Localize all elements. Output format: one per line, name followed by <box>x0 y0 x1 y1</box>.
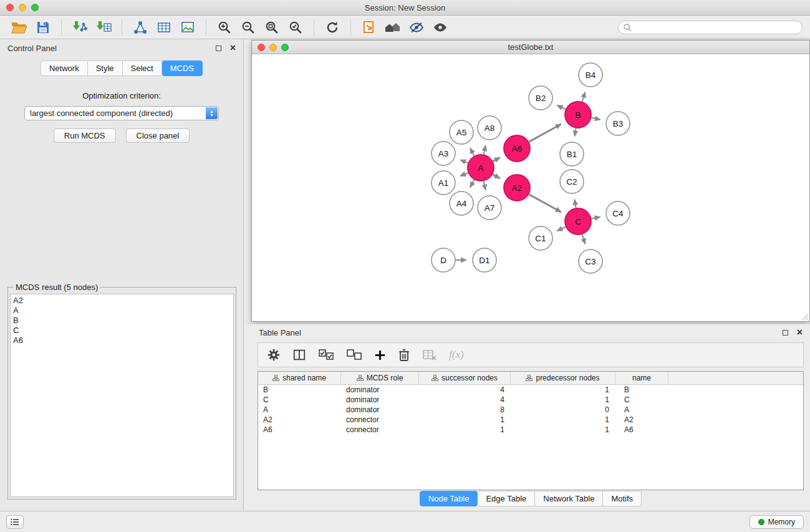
cell-mcds-role[interactable]: connector <box>341 425 419 434</box>
import-network-from-file-button[interactable] <box>69 18 90 37</box>
tab-mcds[interactable]: MCDS <box>162 60 203 76</box>
graph-edge-A-A2[interactable] <box>493 175 500 178</box>
cell-name[interactable]: A2 <box>615 415 668 424</box>
tab-motifs[interactable]: Motifs <box>603 491 642 506</box>
show-graphics-details-button[interactable] <box>430 18 451 37</box>
graph-edge-B-B1[interactable] <box>575 128 576 137</box>
graph-edge-A-A6[interactable] <box>493 158 499 162</box>
result-item[interactable]: A6 <box>13 336 231 346</box>
first-neighbors-button[interactable] <box>359 18 380 37</box>
graph-edge-A-A7[interactable] <box>484 181 486 190</box>
result-item[interactable]: A2 <box>13 296 231 306</box>
column-header-name[interactable]: name <box>615 372 668 384</box>
cell-mcds-role[interactable]: dominator <box>341 395 419 404</box>
refresh-button[interactable] <box>322 18 343 37</box>
import-table-from-file-button[interactable] <box>93 18 114 37</box>
graph-edge-C-C2[interactable] <box>575 200 576 208</box>
network-window-titlebar[interactable]: testGlobe.txt <box>252 41 809 54</box>
graph-edge-C-C4[interactable] <box>592 217 600 219</box>
graph-edge-B-B3[interactable] <box>592 118 600 120</box>
tab-network[interactable]: Network <box>41 60 88 76</box>
column-header-mcds-role[interactable]: MCDS role <box>341 372 419 384</box>
search-box[interactable] <box>618 21 803 34</box>
tab-network-table[interactable]: Network Table <box>535 491 603 506</box>
result-item[interactable]: B <box>13 316 231 326</box>
tab-node-table[interactable]: Node Table <box>420 491 478 506</box>
close-table-panel-icon[interactable]: × <box>797 328 803 337</box>
column-header-shared-name[interactable]: shared name <box>258 372 341 384</box>
cell-shared-name[interactable]: A6 <box>258 425 341 434</box>
table-row[interactable]: A dominator 8 0 A <box>258 405 803 415</box>
tab-style[interactable]: Style <box>88 60 123 76</box>
new-table-button[interactable] <box>153 18 175 37</box>
cell-shared-name[interactable]: A2 <box>258 415 341 424</box>
zoom-network-window-button[interactable] <box>281 44 289 51</box>
table-row[interactable]: A2 connector 1 1 A2 <box>258 415 803 425</box>
show-panels-menu-button[interactable] <box>6 515 24 529</box>
zoom-window-button[interactable] <box>31 4 39 11</box>
graph-edge-A-A3[interactable] <box>460 160 468 163</box>
hide-graphics-details-button[interactable] <box>406 18 427 37</box>
run-mcds-button[interactable]: Run MCDS <box>54 128 116 143</box>
cell-predecessor-nodes[interactable]: 1 <box>511 385 615 394</box>
cell-name[interactable]: B <box>615 385 668 394</box>
close-panel-icon[interactable]: × <box>230 44 236 52</box>
cell-predecessor-nodes[interactable]: 1 <box>511 395 615 404</box>
cell-successor-nodes[interactable]: 1 <box>419 425 511 434</box>
open-file-button[interactable] <box>9 18 30 37</box>
cell-name[interactable]: A6 <box>615 425 668 434</box>
graph-edge-A-A4[interactable] <box>470 180 475 187</box>
create-column-button[interactable] <box>374 349 386 361</box>
tab-edge-table[interactable]: Edge Table <box>478 491 535 506</box>
deselect-all-columns-button[interactable] <box>346 349 362 361</box>
cell-mcds-role[interactable]: dominator <box>341 385 419 394</box>
cell-successor-nodes[interactable]: 8 <box>419 405 511 414</box>
cell-predecessor-nodes[interactable]: 0 <box>511 405 615 414</box>
table-row[interactable]: B dominator 4 1 B <box>258 385 803 395</box>
close-panel-button[interactable]: Close panel <box>126 128 190 143</box>
cell-shared-name[interactable]: B <box>258 385 341 394</box>
graph-edge-A-A5[interactable] <box>470 148 475 156</box>
graph-edge-A-A1[interactable] <box>460 173 468 176</box>
search-input[interactable] <box>632 23 798 32</box>
cell-shared-name[interactable]: C <box>258 395 341 404</box>
minimize-network-window-button[interactable] <box>269 44 277 51</box>
cell-name[interactable]: A <box>615 405 668 414</box>
cell-mcds-role[interactable]: dominator <box>341 405 419 414</box>
cell-name[interactable]: C <box>615 395 668 404</box>
minimize-window-button[interactable] <box>19 4 26 11</box>
tab-select[interactable]: Select <box>123 60 162 76</box>
cell-shared-name[interactable]: A <box>258 405 341 414</box>
cell-predecessor-nodes[interactable]: 1 <box>511 425 615 434</box>
graph-edge-A-A8[interactable] <box>484 145 486 154</box>
graph-edge-C-C1[interactable] <box>557 227 566 231</box>
result-item[interactable]: C <box>13 326 231 336</box>
zoom-selected-button[interactable] <box>285 18 306 37</box>
save-session-button[interactable] <box>32 18 54 37</box>
float-table-panel-icon[interactable] <box>783 330 788 336</box>
cell-successor-nodes[interactable]: 1 <box>419 415 511 424</box>
graph-edge-B-B2[interactable] <box>557 105 566 109</box>
network-canvas[interactable]: AA2A6BCA1A3A4A5A7A8B1B2B3B4C1C2C3C4DD1 <box>252 54 809 321</box>
graph-edge-A6-B[interactable] <box>529 124 561 142</box>
cell-successor-nodes[interactable]: 4 <box>419 395 511 404</box>
table-settings-button[interactable] <box>267 348 281 362</box>
cell-successor-nodes[interactable]: 4 <box>419 385 511 394</box>
close-network-window-button[interactable] <box>258 44 265 51</box>
float-panel-icon[interactable] <box>216 46 221 51</box>
graph-edge-A2-C[interactable] <box>529 195 561 212</box>
graph-edge-B-B4[interactable] <box>582 92 586 102</box>
select-all-columns-button[interactable] <box>318 349 334 361</box>
home-views-button[interactable] <box>382 18 403 37</box>
table-row[interactable]: A6 connector 1 1 A6 <box>258 425 803 435</box>
delete-column-button[interactable] <box>398 348 410 362</box>
graph-edge-C-C3[interactable] <box>582 235 586 244</box>
zoom-out-button[interactable] <box>238 18 259 37</box>
cell-predecessor-nodes[interactable]: 1 <box>511 415 615 424</box>
new-network-button[interactable] <box>130 18 151 37</box>
column-header-successor-nodes[interactable]: successor nodes <box>419 372 511 384</box>
table-row[interactable]: C dominator 4 1 C <box>258 395 803 405</box>
zoom-fit-button[interactable] <box>261 18 282 37</box>
cell-mcds-role[interactable]: connector <box>341 415 419 424</box>
optimization-criterion-dropdown[interactable]: largest connected component (directed) ▲… <box>24 106 219 120</box>
